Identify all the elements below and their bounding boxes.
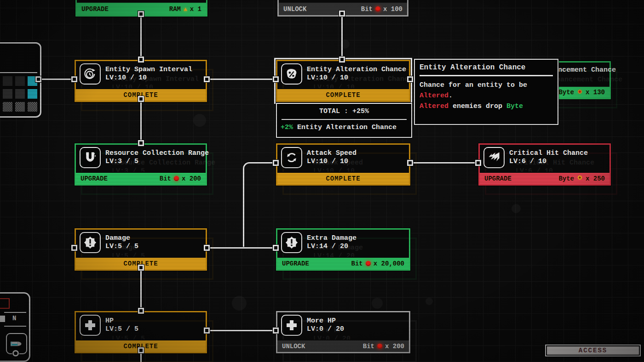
connector-node [204,76,210,82]
node-title: Damage [105,234,138,242]
skill-node-more-hp[interactable]: More HP LV:0 / 20 UNLOCK Bit x 200 [276,311,410,353]
skill-node-attack-speed[interactable]: Attack Speed LV:10 / 10 COMPLETE [276,143,410,186]
attack-speed-icon [281,147,302,168]
memory-cell[interactable] [3,76,12,86]
grid-blob [426,298,433,305]
connector-node [35,76,41,82]
tree-connection-line [341,14,343,60]
cost-amount: x 200 [385,343,404,350]
node-title: hancement Chance [550,66,616,74]
node-title: Resource Collection Range [105,149,209,157]
tooltip-divider [420,75,553,76]
cost: Bit x 100 [361,6,402,13]
currency-label: Byte [558,89,574,96]
connector-node [12,350,19,356]
memory-cell[interactable] [15,76,25,86]
white-slot [0,316,5,322]
connector-node [138,140,144,146]
connector-node [339,57,345,62]
node-body: Attack Speed LV:10 / 10 [277,145,409,170]
node-title: Entity Spawn Interval [105,66,192,74]
skill-node-entity-alteration-chance[interactable]: Entity Alteration Chance LV:10 / 10 COMP… [276,60,410,102]
skill-node-critical-hit-chance[interactable]: Critical Hit Chance LV:6 / 10 UPGRADE By… [478,143,611,186]
node-level: LV:0 / 20 [307,325,344,333]
cost: Byte x 250 [558,175,605,182]
memory-cell-static[interactable] [28,102,37,112]
tree-connection-line [140,99,142,143]
connector-node [339,11,345,17]
memory-cell-static[interactable] [15,102,25,112]
cost-amount: x 250 [586,175,605,182]
grid-blob [372,298,383,309]
tree-connection-line [207,79,276,80]
upgrade-button[interactable]: UPGRADE Bit x 200 [76,172,206,184]
skill-node-resource-collection-range[interactable]: Resource Collection Range LV:3 / 5 UPGRA… [75,143,207,186]
currency-label: Bit [363,343,374,350]
grid-blob [232,296,247,311]
node-level: LV:5 / 5 [105,325,138,333]
node-title: More HP [307,317,344,325]
skill-node-extra-damage[interactable]: Extra Damage LV:14 / 20 UPGRADE Bit x 20… [276,228,410,271]
connector-node [475,160,481,166]
bit-icon [366,261,371,266]
cost-amount: x 1 [190,6,201,13]
action-label: UNLOCK [282,343,305,350]
status-label: COMPLETE [326,91,360,99]
node-body: Extra Damage LV:14 / 20 [277,230,409,255]
upgrade-button[interactable]: UPGRADE Byte x 250 [480,172,610,184]
tree-connection-line [140,14,142,60]
node-level: LV:10 / 10 [307,158,356,165]
upgrade-button[interactable]: UPGRADE Bit x 20,000 [277,257,409,269]
unlock-button[interactable]: UNLOCK Bit x 200 [277,339,409,352]
access-button[interactable]: ACCESS [545,345,641,356]
memory-cell[interactable] [15,89,25,99]
node-level: LV:6 / 10 [509,158,588,165]
action-label: UNLOCK [283,6,306,13]
damage-gear-icon [281,232,302,253]
memory-cell-active[interactable] [28,89,37,99]
tree-connection-line [410,162,478,164]
action-label: UPGRADE [81,6,109,13]
node-body: Resource Collection Range LV:3 / 5 [76,145,206,170]
tooltip-line: Altered enemies drop Byte [420,101,553,112]
node-level: LV:10 / 10 [105,74,192,82]
currency-label: Bit [351,260,363,267]
bit-icon [174,176,179,181]
currency-label: Bit [160,175,171,182]
panel-divider [4,312,26,313]
memory-cell-static[interactable] [3,102,12,112]
cost: Bit x 200 [363,343,404,350]
currency-label: RAM [169,6,181,13]
cost: Bit x 200 [160,175,201,182]
node-level: LV:3 / 5 [105,158,209,165]
panel-divider [0,72,37,73]
tooltip-line: Chance for an entity to be [420,80,553,90]
total-summary-box: TOTAL : +25% +2% Entity Alteration Chanc… [276,103,412,138]
total-divider [282,119,407,120]
node-body: More HP LV:0 / 20 [277,312,409,338]
alteration-icon [281,63,302,85]
action-label: UPGRADE [282,260,309,267]
status-bar: COMPLETE [277,88,409,101]
cost: Byte x 130 [558,89,605,96]
cost-amount: x 100 [383,6,402,13]
currency-label: Byte [558,175,574,182]
node-title: Extra Damage [307,234,356,242]
connector-node [204,245,210,251]
byte-icon [577,175,583,182]
node-body: Entity Spawn Interval LV:10 / 10 [76,61,206,86]
cost-amount: x 20,000 [374,260,404,267]
cost: RAM x 1 [169,6,201,13]
panel-divider [4,326,26,327]
node-title: Attack Speed [307,149,356,157]
connector-node [273,245,279,251]
connector-node [138,11,144,17]
red-slot [0,298,10,309]
cost: Bit x 20,000 [351,260,404,267]
memory-cell[interactable] [3,89,12,99]
connector-node [138,265,144,271]
connector-node [204,328,210,334]
hp-cross-icon [80,315,101,336]
connector-node [138,347,144,353]
connector-node [273,328,279,334]
